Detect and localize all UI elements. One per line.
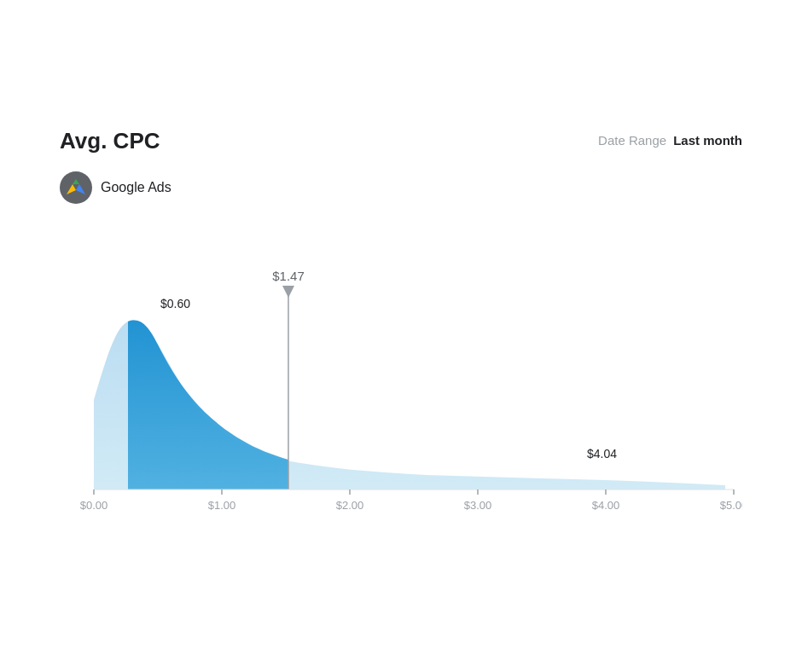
svg-text:$1.00: $1.00 [208, 499, 236, 512]
svg-text:$4.04: $4.04 [587, 447, 617, 461]
svg-text:$5.00: $5.00 [720, 499, 742, 512]
card: Avg. CPC Date Range Last month Google Ad… [17, 94, 785, 579]
svg-marker-0 [67, 184, 76, 194]
svg-text:$1.47: $1.47 [272, 269, 305, 283]
date-range-value[interactable]: Last month [673, 133, 742, 148]
svg-text:$0.60: $0.60 [160, 297, 190, 310]
date-range-group: Date Range Last month [598, 133, 742, 148]
svg-text:$0.00: $0.00 [80, 499, 108, 512]
date-range-label: Date Range [598, 133, 666, 148]
svg-marker-4 [282, 286, 294, 298]
header: Avg. CPC Date Range Last month [60, 128, 742, 154]
svg-marker-2 [73, 179, 79, 184]
svg-text:$2.00: $2.00 [336, 499, 364, 512]
page-title: Avg. CPC [60, 128, 160, 154]
chart-container: $1.47 $0.60 $4.04 $0.00 $1.00 $2.00 $3.0… [60, 229, 742, 553]
source-name: Google Ads [101, 180, 171, 195]
chart-svg: $1.47 $0.60 $4.04 $0.00 $1.00 $2.00 $3.0… [60, 229, 742, 553]
svg-text:$4.00: $4.00 [592, 499, 620, 512]
svg-text:$3.00: $3.00 [464, 499, 492, 512]
source-row: Google Ads [60, 171, 742, 204]
google-ads-icon [60, 171, 92, 204]
svg-marker-1 [76, 184, 85, 194]
